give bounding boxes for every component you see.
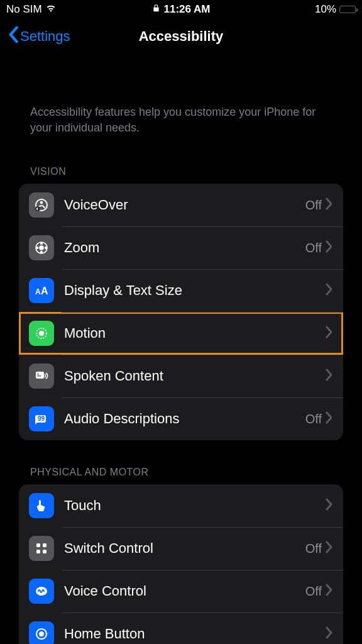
svg-point-1 xyxy=(40,201,43,204)
touch-icon xyxy=(29,493,54,518)
row-label: Zoom xyxy=(54,240,305,256)
wifi-icon xyxy=(45,3,57,17)
spoken-content-icon xyxy=(29,364,54,389)
status-bar: No SIM 11:26 AM 10% xyxy=(0,0,362,19)
row-label: Display & Text Size xyxy=(54,282,322,299)
svg-point-5 xyxy=(41,243,43,245)
row-audio-descriptions[interactable]: 99 Audio Descriptions Off xyxy=(19,397,343,440)
svg-rect-18 xyxy=(43,543,47,547)
svg-rect-15 xyxy=(37,375,41,376)
physical-group: Touch Switch Control Off Voice Control O… xyxy=(19,484,343,644)
row-voiceover[interactable]: VoiceOver Off xyxy=(19,184,343,226)
svg-rect-14 xyxy=(37,374,39,374)
chevron-right-icon xyxy=(326,626,333,641)
row-label: VoiceOver xyxy=(54,197,305,213)
carrier-text: No SIM xyxy=(6,3,42,16)
chevron-left-icon xyxy=(8,26,19,47)
row-label: Audio Descriptions xyxy=(54,411,305,427)
svg-text:99: 99 xyxy=(38,415,45,422)
section-header-vision: VISION xyxy=(0,155,362,184)
chevron-right-icon xyxy=(326,411,333,426)
back-label: Settings xyxy=(20,28,70,45)
zoom-icon xyxy=(29,235,54,260)
clock-text: 11:26 AM xyxy=(163,3,210,16)
row-value: Off xyxy=(305,241,326,255)
row-value: Off xyxy=(305,412,326,426)
row-value: Off xyxy=(305,198,326,213)
svg-point-7 xyxy=(36,247,38,249)
lock-icon xyxy=(151,3,160,16)
svg-point-23 xyxy=(39,631,44,636)
chevron-right-icon xyxy=(326,283,333,298)
vision-group: VoiceOver Off Zoom Off AA Display & Text… xyxy=(19,184,343,440)
chevron-right-icon xyxy=(326,498,333,513)
chevron-right-icon xyxy=(326,197,333,213)
back-button[interactable]: Settings xyxy=(8,26,70,47)
battery-icon xyxy=(339,6,356,13)
row-value: Off xyxy=(305,541,326,556)
row-label: Home Button xyxy=(54,626,322,642)
section-header-physical: PHYSICAL AND MOTOR xyxy=(0,440,362,484)
svg-point-4 xyxy=(40,246,43,250)
svg-point-8 xyxy=(45,247,47,249)
row-label: Switch Control xyxy=(54,540,305,557)
svg-rect-17 xyxy=(36,543,40,547)
svg-rect-19 xyxy=(36,550,40,553)
intro-text: Accessibility features help you customiz… xyxy=(0,54,362,155)
chevron-right-icon xyxy=(326,326,333,341)
row-label: Voice Control xyxy=(54,583,305,599)
svg-text:A: A xyxy=(41,286,48,296)
row-switch-control[interactable]: Switch Control Off xyxy=(19,527,343,570)
svg-point-6 xyxy=(41,252,43,253)
row-value: Off xyxy=(305,584,326,599)
svg-rect-20 xyxy=(43,550,47,553)
text-size-icon: AA xyxy=(29,278,54,303)
row-display-text-size[interactable]: AA Display & Text Size xyxy=(19,269,343,312)
chevron-right-icon xyxy=(326,369,333,384)
battery-pct: 10% xyxy=(315,3,336,16)
row-label: Spoken Content xyxy=(54,368,322,384)
svg-text:A: A xyxy=(35,287,41,296)
motion-icon xyxy=(29,321,54,346)
home-button-icon xyxy=(29,621,54,644)
row-label: Motion xyxy=(54,325,322,341)
chevron-right-icon xyxy=(326,541,333,556)
chevron-right-icon xyxy=(326,240,333,255)
svg-point-12 xyxy=(39,331,44,336)
voice-control-icon xyxy=(29,579,54,604)
row-spoken-content[interactable]: Spoken Content xyxy=(19,355,343,397)
switch-control-icon xyxy=(29,536,54,561)
row-label: Touch xyxy=(54,497,322,514)
voiceover-icon xyxy=(29,192,54,218)
row-home-button[interactable]: Home Button xyxy=(19,613,343,644)
row-motion[interactable]: Motion xyxy=(19,312,343,355)
row-touch[interactable]: Touch xyxy=(19,484,343,527)
nav-bar: Settings Accessibility xyxy=(0,19,362,54)
row-voice-control[interactable]: Voice Control Off xyxy=(19,570,343,613)
row-zoom[interactable]: Zoom Off xyxy=(19,226,343,269)
audio-descriptions-icon: 99 xyxy=(29,406,54,431)
chevron-right-icon xyxy=(326,584,333,599)
svg-rect-13 xyxy=(36,372,44,379)
